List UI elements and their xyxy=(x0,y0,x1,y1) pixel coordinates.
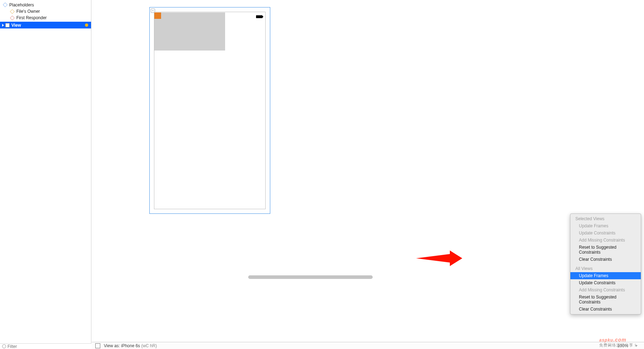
layout-warning-icon[interactable] xyxy=(85,23,88,27)
menu-all-update-frames[interactable]: Update Frames xyxy=(570,272,641,279)
document-outline-sidebar: Placeholders File's Owner First Responde… xyxy=(0,0,91,343)
scrollbar-thumb[interactable] xyxy=(248,275,373,279)
first-responder-label: First Responder xyxy=(16,15,47,20)
menu-all-clear-constraints[interactable]: Clear Constraints xyxy=(570,306,641,313)
resolve-layout-issues-menu: Selected Views Update Frames Update Cons… xyxy=(570,213,641,314)
canvas-scroll-region[interactable]: × xyxy=(92,0,533,278)
subview-orange-label[interactable] xyxy=(154,12,161,19)
menu-all-update-constraints[interactable]: Update Constraints xyxy=(570,279,641,286)
watermark-suffix: .com xyxy=(613,337,627,343)
root-view[interactable] xyxy=(154,12,266,209)
outline-placeholders-header[interactable]: Placeholders xyxy=(0,2,91,8)
outline-files-owner[interactable]: File's Owner xyxy=(0,8,91,14)
view-as-sizeclass: (wC hR) xyxy=(140,343,157,348)
menu-selected-add-missing-constraints: Add Missing Constraints xyxy=(570,237,641,244)
view-as-label[interactable]: View as: iPhone 6s (wC hR) xyxy=(104,343,157,348)
device-config-button[interactable] xyxy=(95,343,100,348)
canvas-bottom-toolbar: View as: iPhone 6s (wC hR) − 100% + xyxy=(92,342,644,349)
menu-header-selected-views: Selected Views xyxy=(570,215,641,222)
filter-icon xyxy=(2,344,6,348)
placeholders-label: Placeholders xyxy=(9,2,34,7)
source-watermark: aspku.com 免费网络源码分享！ xyxy=(599,334,638,347)
outline-filter-bar xyxy=(0,343,91,349)
files-owner-label: File's Owner xyxy=(16,9,40,14)
watermark-tagline: 免费网络源码分享！ xyxy=(599,344,638,347)
menu-selected-update-constraints: Update Constraints xyxy=(570,229,641,237)
watermark-brand: aspku xyxy=(599,338,613,343)
outline-first-responder[interactable]: First Responder xyxy=(0,15,91,21)
canvas-horizontal-scrollbar[interactable] xyxy=(92,275,639,280)
view-label: View xyxy=(11,23,21,28)
first-responder-icon xyxy=(10,15,15,20)
menu-selected-update-frames: Update Frames xyxy=(570,222,641,229)
view-as-device: iPhone 6s xyxy=(121,343,140,348)
view-icon xyxy=(5,23,10,27)
view-as-prefix: View as: xyxy=(104,343,121,348)
menu-all-reset-constraints[interactable]: Reset to Suggested Constraints xyxy=(570,294,641,306)
subview-grey-rectangle[interactable] xyxy=(154,12,225,51)
files-owner-icon xyxy=(10,9,15,14)
statusbar-battery-icon xyxy=(256,15,262,18)
menu-header-all-views: All Views xyxy=(570,265,641,272)
placeholder-icon xyxy=(3,2,7,7)
menu-selected-clear-constraints[interactable]: Clear Constraints xyxy=(570,256,641,263)
outline-view-row-selected[interactable]: View xyxy=(0,22,91,28)
menu-selected-reset-constraints[interactable]: Reset to Suggested Constraints xyxy=(570,244,641,256)
outline-filter-input[interactable] xyxy=(7,344,71,349)
device-selection-frame[interactable]: × xyxy=(149,7,270,214)
disclosure-triangle-icon[interactable] xyxy=(2,24,4,27)
interface-builder-canvas[interactable]: × xyxy=(92,0,644,343)
menu-all-add-missing-constraints: Add Missing Constraints xyxy=(570,286,641,294)
